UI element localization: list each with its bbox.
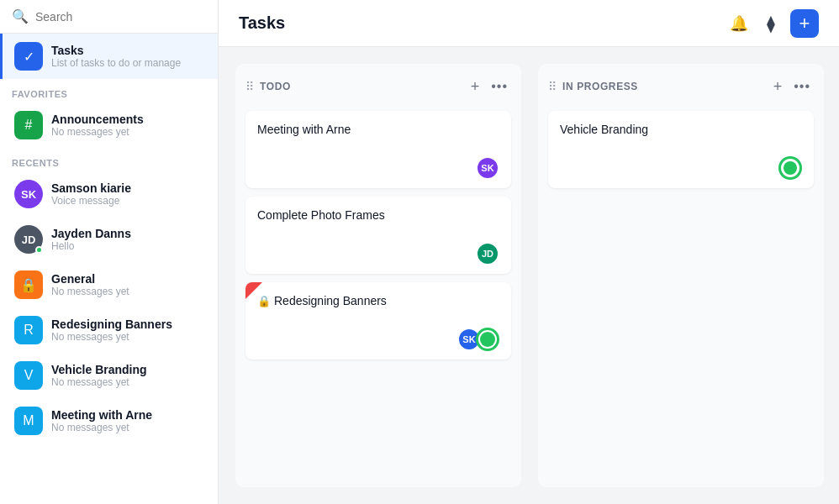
jayden-sub: Hello [51,240,131,252]
samson-sub: Voice message [51,195,131,207]
todo-more-button[interactable]: ••• [488,78,511,95]
card-meeting-arne-footer: SK [257,156,499,180]
column-inprogress: ⠿ IN PROGRESS + ••• Vehicle Branding [538,64,824,487]
search-icon: 🔍 [12,8,29,24]
col-todo-title: TODO [260,81,462,92]
nav-item-redesigning[interactable]: R Redesigning Banners No messages yet [0,307,218,353]
announcements-icon: # [14,111,43,139]
nav-item-meeting[interactable]: M Meeting with Arne No messages yet [0,398,218,444]
general-name: General [51,272,129,286]
vehicle-icon: V [14,361,43,390]
add-task-button[interactable]: + [790,9,819,38]
card-meeting-arne[interactable]: Meeting with Arne SK [245,111,511,188]
card-avatar-p2: JD [476,242,499,265]
card-photo-frames-title: Complete Photo Frames [257,208,499,222]
card-avatar-circle-vb [778,156,802,180]
topbar-actions: 🔔 ⧫ + [726,9,819,38]
tasks-nav-label: Tasks [51,44,181,57]
tasks-icon: ✓ [14,42,43,71]
redesigning-sub: No messages yet [51,331,172,343]
topbar: Tasks 🔔 ⧫ + [219,0,839,47]
col-inprogress-header: ⠿ IN PROGRESS + ••• [548,74,814,102]
col-inprogress-title: IN PROGRESS [562,81,765,92]
search-input[interactable] [35,10,206,24]
search-bar[interactable]: 🔍 [0,0,218,34]
general-icon: 🔒 [14,270,43,299]
add-todo-button[interactable]: + [467,77,483,96]
nav-item-general[interactable]: 🔒 General No messages yet [0,262,218,307]
nav-item-tasks[interactable]: ✓ Tasks List of tasks to do or manage [0,34,218,79]
samson-name: Samson kiarie [51,181,131,195]
drag-handle-todo: ⠿ [245,80,255,93]
announcements-label: Announcements [51,113,144,126]
drag-handle-inprogress: ⠿ [548,80,557,93]
redesigning-name: Redesigning Banners [51,318,172,331]
card-meeting-arne-title: Meeting with Arne [257,123,499,136]
main-panel: Tasks 🔔 ⧫ + ⠿ TODO + ••• Meeting with Ar… [219,0,839,504]
card-photo-frames[interactable]: Complete Photo Frames JD [245,197,511,274]
filter-button[interactable]: ⧫ [763,10,778,37]
card-vehicle-branding[interactable]: Vehicle Branding [548,111,814,188]
nav-item-announcements[interactable]: # Announcements No messages yet [0,102,218,148]
card-vehicle-branding-footer [560,156,802,180]
nav-item-samson[interactable]: SK Samson kiarie Voice message [0,171,218,217]
col-todo-header: ⠿ TODO + ••• [245,74,511,102]
vehicle-sub: No messages yet [51,376,147,388]
page-title: Tasks [239,13,285,33]
card-photo-frames-footer: JD [257,242,499,265]
avatar-samson: SK [14,180,43,208]
favorites-title: FAVORITES [0,79,218,102]
column-todo: ⠿ TODO + ••• Meeting with Arne SK Comple… [235,64,521,487]
meeting-name: Meeting with Arne [51,408,152,422]
nav-item-jayden[interactable]: JD Jayden Danns Hello [0,217,218,262]
card-vehicle-branding-title: Vehicle Branding [560,123,802,136]
vehicle-name: Vehicle Branding [51,363,147,376]
nav-item-vehicle[interactable]: V Vehicle Branding No messages yet [0,353,218,398]
general-sub: No messages yet [51,286,129,297]
lock-icon: 🔒 [257,295,271,307]
meeting-icon: M [14,407,43,435]
card-redesigning-footer: SK [257,328,499,351]
tasks-nav-sub: List of tasks to do or manage [51,57,181,69]
redesigning-icon: R [14,316,43,344]
inprogress-more-button[interactable]: ••• [790,78,814,95]
card-avatar-sk: SK [476,156,499,180]
online-indicator [35,246,43,254]
add-inprogress-button[interactable]: + [770,77,786,96]
sidebar: 🔍 ✓ Tasks List of tasks to do or manage … [0,0,219,504]
recents-title: RECENTS [0,148,218,171]
announcements-sub: No messages yet [51,126,144,138]
meeting-sub: No messages yet [51,422,152,433]
card-redesigning-title: 🔒Redesigning Banners [257,294,499,307]
card-redesigning[interactable]: 🔒Redesigning Banners SK [245,282,511,360]
task-board: ⠿ TODO + ••• Meeting with Arne SK Comple… [219,47,839,504]
notifications-button[interactable]: 🔔 [726,11,752,36]
card-avatar-circle-green [476,328,499,351]
jayden-name: Jayden Danns [51,227,131,240]
